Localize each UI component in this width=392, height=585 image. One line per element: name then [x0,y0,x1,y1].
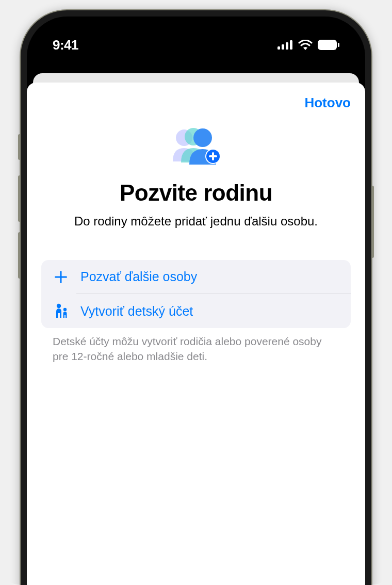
svg-point-8 [193,128,212,147]
battery-icon [318,40,339,50]
svg-rect-3 [290,40,292,50]
volume-down-button [18,232,21,279]
svg-rect-2 [286,42,288,50]
svg-rect-0 [277,46,280,50]
cellular-icon [277,40,293,50]
power-button [371,186,374,258]
create-child-label: Vytvoriť detský účet [80,304,193,319]
wifi-icon [298,40,313,50]
invite-others-button[interactable]: Pozvať ďalšie osoby [41,260,351,294]
page-title: Pozvite rodinu [41,180,351,206]
volume-up-button [18,175,21,222]
action-list: Pozvať ďalšie osoby Vytvoriť detský účet [41,260,351,328]
hero-section: Pozvite rodinu Do rodiny môžete pridať j… [41,126,351,229]
svg-point-16 [63,308,67,311]
phone-screen: 9:41 [27,17,365,585]
side-button [18,134,21,160]
done-button[interactable]: Hotovo [304,95,351,111]
create-child-account-button[interactable]: Vytvoriť detský účet [41,294,351,328]
sheet-header: Hotovo [41,95,351,111]
plus-icon [53,270,69,284]
family-add-icon [168,126,224,170]
svg-rect-14 [55,276,67,278]
dynamic-island [147,28,245,55]
svg-rect-12 [209,155,217,157]
modal-sheet: Hotovo [27,83,365,585]
invite-others-label: Pozvať ďalšie osoby [80,269,197,284]
phone-frame: 9:41 [21,10,371,585]
svg-rect-4 [318,40,337,50]
svg-rect-1 [282,44,284,50]
status-indicators [277,40,339,50]
status-time: 9:41 [53,37,78,53]
parent-child-icon [53,303,69,319]
svg-point-15 [57,304,61,308]
footer-note: Detské účty môžu vytvoriť rodičia alebo … [41,328,351,364]
svg-rect-5 [338,43,339,47]
page-subtitle: Do rodiny môžete pridať jednu ďalšiu oso… [41,213,351,229]
